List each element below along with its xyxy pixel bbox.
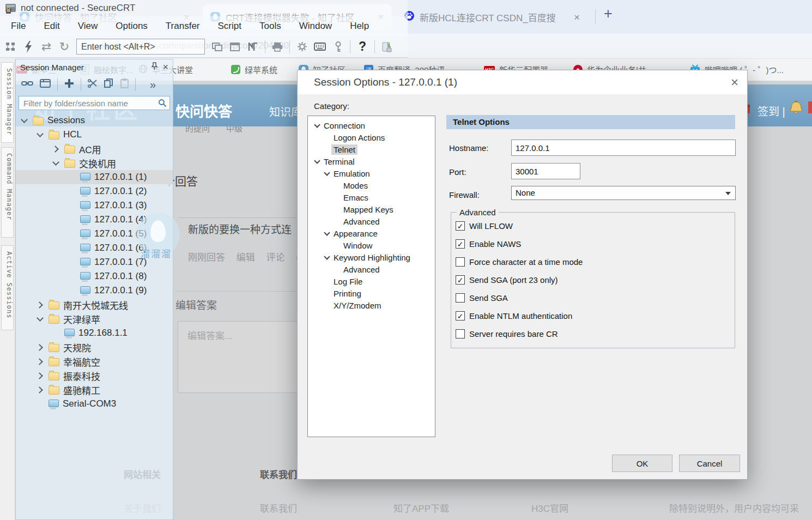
category-row[interactable]: Advanced xyxy=(308,215,435,227)
cut-icon[interactable] xyxy=(88,79,98,90)
category-row[interactable]: Emacs xyxy=(308,191,435,203)
chevron-down-icon[interactable] xyxy=(323,229,331,238)
session-tree-row[interactable]: Sessions xyxy=(16,113,173,128)
session-tree-row[interactable]: HCL xyxy=(16,128,173,142)
checkbox-checked[interactable]: ✓ xyxy=(456,221,465,231)
tab-close-icon[interactable]: × xyxy=(574,12,580,22)
checkbox-row[interactable]: Server requires bare CR xyxy=(456,329,558,338)
menu-options[interactable]: Options xyxy=(116,21,148,32)
footer-link[interactable]: 知了APP下载 xyxy=(393,501,449,515)
reconnect-icon[interactable]: ⇄ xyxy=(40,40,52,54)
pin-icon[interactable] xyxy=(151,62,158,72)
category-row[interactable]: Emulation xyxy=(308,167,435,179)
session-tree-row[interactable]: 天规院 xyxy=(16,340,173,354)
chevron-down-icon[interactable] xyxy=(323,170,331,178)
checkbox-checked[interactable]: ✓ xyxy=(456,311,465,321)
chevron-right-icon[interactable] xyxy=(36,357,45,366)
chevron-down-icon[interactable] xyxy=(36,315,45,323)
session-manager-close-icon[interactable]: × xyxy=(162,62,168,73)
session-tree-row[interactable]: 127.0.0.1 (3) xyxy=(16,198,173,213)
checkbox-row[interactable]: Force character at a time mode xyxy=(456,257,583,267)
category-row[interactable]: Log File xyxy=(308,275,435,287)
menu-transfer[interactable]: Transfer xyxy=(166,21,200,32)
quick-connect-host-input[interactable] xyxy=(76,39,205,55)
category-row[interactable]: Keyword Highlighting xyxy=(308,251,435,263)
chevron-right-icon[interactable] xyxy=(36,300,45,309)
checkin-link[interactable]: 签到 | xyxy=(758,103,785,119)
key-icon[interactable] xyxy=(332,40,344,54)
cancel-button[interactable]: Cancel xyxy=(679,455,740,472)
theme-icon[interactable] xyxy=(381,40,393,54)
side-tab-active-sessions[interactable]: Active Sessions xyxy=(1,245,14,330)
menu-view[interactable]: View xyxy=(78,21,98,32)
browser-tab[interactable]: 新版HCL连接CRT CSDN_百度搜× xyxy=(397,4,587,30)
quick-connect-icon[interactable] xyxy=(22,40,34,54)
session-tree-row[interactable]: 127.0.0.1 (8) xyxy=(16,269,173,283)
session-tree-row[interactable]: 192.168.1.1 xyxy=(16,326,173,340)
menu-window[interactable]: Window xyxy=(299,21,332,32)
new-session-icon[interactable] xyxy=(64,78,74,90)
category-row[interactable]: Modes xyxy=(308,179,435,191)
checkbox-unchecked[interactable] xyxy=(456,257,465,267)
keyboard-icon[interactable] xyxy=(314,40,326,54)
checkbox-row[interactable]: ✓Will LFLOW xyxy=(456,221,513,231)
session-tree-row[interactable]: 盛驰精工 xyxy=(16,383,173,397)
new-window-icon[interactable] xyxy=(229,40,241,54)
chevron-right-icon[interactable] xyxy=(36,343,45,352)
cascade-icon[interactable] xyxy=(247,40,259,54)
menu-help[interactable]: Help xyxy=(350,21,369,32)
session-tree-row[interactable]: 天津绿苹 xyxy=(16,312,173,326)
category-row[interactable]: Mapped Keys xyxy=(308,203,435,215)
paste-icon[interactable] xyxy=(120,78,129,90)
ok-button[interactable]: OK xyxy=(612,455,672,472)
category-row[interactable]: Terminal xyxy=(308,155,435,167)
session-filter-input[interactable] xyxy=(19,96,170,110)
category-row[interactable]: Connection xyxy=(308,119,435,131)
gear-icon[interactable] xyxy=(296,40,308,54)
session-tree-row[interactable]: 127.0.0.1 (2) xyxy=(16,184,173,198)
session-tree-row[interactable]: 南开大悦城无线 xyxy=(16,298,173,312)
session-tree-row[interactable]: Serial-COM3 xyxy=(16,397,173,411)
chevron-down-icon[interactable] xyxy=(313,158,322,166)
session-tree-row[interactable]: AC用 xyxy=(16,142,173,156)
edit-answer-textarea[interactable]: 编辑答案... xyxy=(178,321,306,393)
refresh-icon[interactable]: ↻ xyxy=(58,40,70,54)
category-row[interactable]: Printing xyxy=(308,287,435,299)
session-tree-row[interactable]: 交换机用 xyxy=(16,156,173,170)
checkbox-row[interactable]: ✓Send SGA (port 23 only) xyxy=(456,275,558,285)
chevron-down-icon[interactable] xyxy=(20,116,29,125)
checkbox-row[interactable]: Send SGA xyxy=(456,293,508,303)
bookmark-item[interactable]: 绿苹系统 xyxy=(231,64,277,75)
footer-link[interactable]: H3C官网 xyxy=(531,501,568,515)
help-icon[interactable]: ? xyxy=(356,40,368,54)
menu-script[interactable]: Script xyxy=(218,21,241,32)
properties-icon[interactable] xyxy=(40,79,51,90)
session-manager-icon[interactable] xyxy=(4,40,16,54)
menu-tools[interactable]: Tools xyxy=(259,21,281,32)
chevron-down-icon[interactable] xyxy=(52,159,60,167)
category-row[interactable]: X/Y/Zmodem xyxy=(308,299,435,311)
overflow-icon[interactable]: » xyxy=(150,78,156,91)
checkbox-row[interactable]: ✓Enable NTLM authentication xyxy=(456,311,572,321)
menu-edit[interactable]: Edit xyxy=(44,21,59,32)
new-tab-button[interactable]: + xyxy=(604,8,613,20)
print-icon[interactable] xyxy=(271,40,283,54)
connect-icon[interactable] xyxy=(21,80,33,89)
hostname-input[interactable] xyxy=(511,140,736,156)
footer-link[interactable]: 除特别说明外，用户内容均可采 xyxy=(669,501,799,515)
category-row[interactable]: Appearance xyxy=(308,227,435,239)
checkbox-row[interactable]: ✓Enable NAWS xyxy=(456,239,521,249)
session-tree-row[interactable]: 幸福航空 xyxy=(16,354,173,368)
clone-tab-icon[interactable] xyxy=(211,40,223,54)
category-row[interactable]: Window xyxy=(308,239,435,251)
session-tree-row[interactable]: 127.0.0.1 (1) xyxy=(16,170,173,184)
checkbox-unchecked[interactable] xyxy=(456,293,465,303)
banner-nav-qa[interactable]: 快问快答 xyxy=(175,100,232,120)
chevron-down-icon[interactable] xyxy=(313,122,322,130)
chevron-down-icon[interactable] xyxy=(36,130,45,139)
menu-file[interactable]: File xyxy=(11,21,26,32)
category-row[interactable]: Advanced xyxy=(308,263,435,275)
footer-link[interactable]: 联系我们 xyxy=(260,501,297,515)
chevron-down-icon[interactable] xyxy=(323,253,331,262)
dialog-close-icon[interactable]: × xyxy=(731,75,738,90)
